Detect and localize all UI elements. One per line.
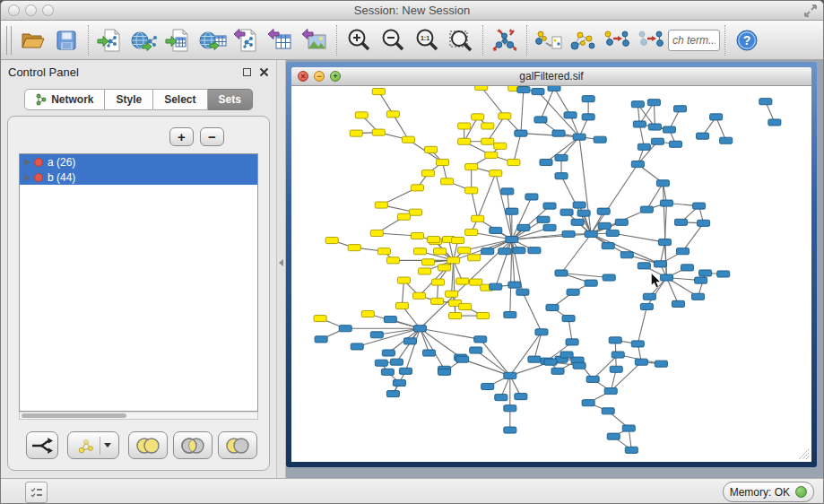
float-panel-icon[interactable] (243, 68, 251, 76)
network-canvas-svg[interactable] (291, 86, 811, 462)
toolbar-separator (482, 25, 483, 56)
dropdown-caret-icon[interactable] (104, 443, 111, 448)
disclosure-triangle-icon[interactable] (24, 174, 30, 181)
import-table-file-button[interactable] (161, 23, 195, 57)
checklist-icon (30, 485, 44, 500)
difference-sets-button[interactable] (218, 431, 257, 459)
resize-grip-icon[interactable] (797, 448, 810, 460)
search-input[interactable] (668, 30, 720, 51)
remove-set-button[interactable]: − (200, 127, 224, 146)
frame-close-button[interactable]: × (298, 71, 308, 82)
disclosure-triangle-icon[interactable] (24, 159, 30, 166)
zoom-actual-size-button[interactable]: 1:1 (410, 23, 444, 57)
open-session-button[interactable] (15, 23, 49, 57)
export-image-button[interactable] (298, 23, 332, 57)
network-frame[interactable]: × − + galFiltered.sif (286, 62, 817, 467)
tab-network[interactable]: Network (24, 89, 105, 110)
tab-label: Style (116, 93, 142, 106)
control-panel-title: Control Panel (8, 65, 243, 79)
sets-panel: + − a (26) b (44) (7, 116, 270, 471)
tab-label: Sets (219, 93, 241, 106)
help-button[interactable]: ? (730, 23, 764, 57)
minimize-window-button[interactable] (25, 4, 37, 16)
scrollbar-thumb[interactable] (22, 413, 126, 418)
svg-text:?: ? (743, 33, 751, 48)
union-sets-button[interactable] (128, 431, 168, 459)
status-bar: Memory: OK (1, 478, 823, 504)
window-controls (8, 4, 54, 16)
collapse-panel-arrow-icon[interactable] (279, 259, 283, 266)
network-tab-icon (36, 93, 47, 106)
network-desktop: × − + galFiltered.sif (286, 60, 823, 478)
venn-intersection-icon (178, 436, 207, 456)
panel-splitter[interactable] (277, 60, 286, 478)
set-label: a (26) (48, 156, 75, 169)
show-all-button[interactable] (634, 23, 668, 57)
export-table-button[interactable] (264, 23, 298, 57)
network-frame-title: galFiltered.sif (519, 70, 583, 83)
frame-minimize-button[interactable]: − (314, 71, 325, 82)
close-panel-icon[interactable] (259, 67, 269, 77)
toolbar-grip[interactable] (6, 26, 12, 55)
hide-selected-icon (603, 27, 631, 54)
venn-difference-icon (223, 436, 252, 456)
toolbar-separator (336, 25, 337, 56)
import-network-database-button[interactable] (127, 23, 161, 57)
network-frame-titlebar[interactable]: × − + galFiltered.sif (291, 67, 811, 86)
set-label: b (44) (48, 171, 75, 184)
memory-status-button[interactable]: Memory: OK (723, 482, 814, 502)
main-toolbar: 1:1 ? (1, 21, 823, 60)
sets-actions: + − (19, 127, 224, 146)
intersect-sets-button[interactable] (173, 431, 213, 459)
import-network-file-button[interactable] (93, 23, 127, 57)
export-network-button[interactable] (230, 23, 264, 57)
main-area: Control Panel Network Style Select Sets … (1, 60, 823, 478)
memory-label: Memory: OK (730, 486, 790, 499)
new-network-from-selection-button[interactable] (532, 23, 566, 57)
yellow-network-icon (76, 436, 96, 456)
split-set-button[interactable] (26, 431, 58, 459)
fullscreen-arrows-icon[interactable] (803, 4, 818, 21)
list-item-set-b[interactable]: b (44) (20, 169, 257, 185)
import-network-globe-icon (130, 27, 159, 54)
open-folder-icon (19, 27, 46, 54)
frame-maximize-button[interactable]: + (330, 71, 341, 82)
import-table-file-icon (165, 27, 192, 54)
tab-select[interactable]: Select (153, 89, 207, 110)
zoom-out-button[interactable] (376, 23, 410, 57)
horizontal-scrollbar[interactable] (19, 412, 258, 420)
import-table-database-button[interactable] (195, 23, 230, 57)
network-canvas[interactable] (291, 86, 811, 462)
zoom-in-button[interactable] (342, 23, 376, 57)
tab-style[interactable]: Style (105, 89, 153, 110)
zoom-in-icon (345, 27, 372, 54)
window-title: Session: New Session (1, 4, 823, 17)
apply-layout-icon (490, 27, 519, 54)
save-session-button[interactable] (49, 23, 83, 57)
add-set-button[interactable]: + (169, 127, 194, 146)
floppy-disk-icon (54, 28, 79, 53)
close-window-button[interactable] (8, 4, 20, 16)
export-table-icon (267, 27, 294, 54)
zoom-one-to-one-icon: 1:1 (413, 27, 440, 54)
apply-preferred-layout-button[interactable] (488, 23, 522, 57)
list-item-set-a[interactable]: a (26) (20, 154, 257, 169)
network-from-selection-icon (534, 27, 563, 54)
frame-window-controls: × − + (298, 71, 341, 82)
sets-list[interactable]: a (26) b (44) (19, 153, 258, 412)
zoom-selected-region-button[interactable] (444, 23, 478, 57)
show-all-icon (637, 27, 665, 54)
set-marker-icon (34, 158, 43, 167)
hide-selected-button[interactable] (600, 23, 634, 57)
toolbar-separator (526, 25, 527, 56)
create-set-from-layout-button[interactable] (67, 431, 119, 459)
button-divider (100, 437, 100, 455)
set-marker-icon (34, 173, 43, 182)
tab-sets[interactable]: Sets (208, 89, 253, 110)
import-network-file-icon (97, 27, 124, 54)
window-titlebar: Session: New Session (1, 1, 823, 21)
first-neighbors-icon (568, 27, 597, 54)
task-history-button[interactable] (25, 482, 48, 503)
zoom-window-button[interactable] (42, 4, 54, 16)
select-first-neighbors-button[interactable] (566, 23, 600, 57)
